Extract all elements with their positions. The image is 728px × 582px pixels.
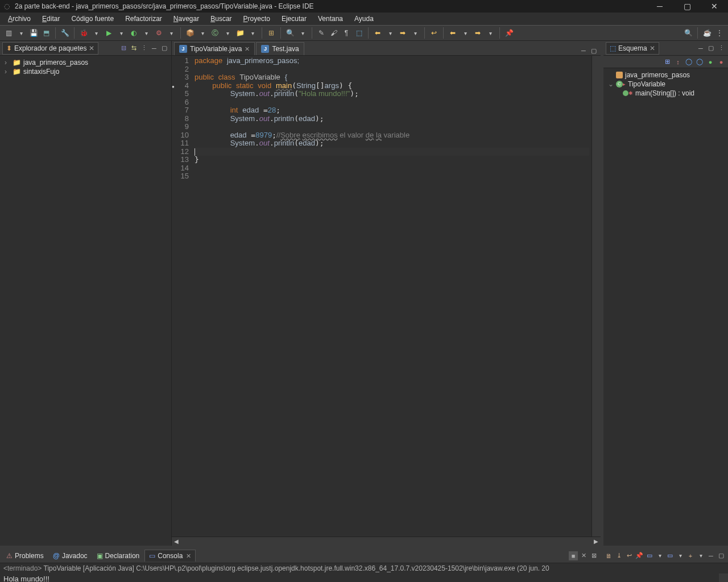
dropdown-icon[interactable]: ▾ bbox=[460, 28, 470, 38]
dropdown-icon[interactable]: ▾ bbox=[222, 28, 233, 38]
terminate-icon[interactable]: ■ bbox=[569, 551, 578, 560]
dropdown-icon[interactable]: ▾ bbox=[410, 28, 420, 38]
outline-tab[interactable]: ⬚ Esquema ✕ bbox=[606, 42, 659, 55]
prev-annotation-icon[interactable]: ⬅ bbox=[373, 28, 383, 38]
dropdown-icon[interactable]: ▾ bbox=[166, 28, 176, 38]
project-row[interactable]: › 📁 java_primeros_pasos bbox=[5, 58, 167, 67]
paint-icon[interactable]: 🖌 bbox=[329, 28, 339, 38]
dropdown-icon[interactable]: ▾ bbox=[16, 28, 26, 38]
pin-console-icon[interactable]: 📌 bbox=[635, 551, 644, 560]
search-icon[interactable]: 🔍 bbox=[285, 28, 295, 38]
minimize-panel-icon[interactable]: ─ bbox=[706, 551, 715, 560]
dropdown-icon[interactable]: ▾ bbox=[696, 551, 705, 560]
run-icon[interactable]: ▶ bbox=[104, 28, 114, 38]
tab-declaration[interactable]: ▣Declaration bbox=[93, 550, 144, 562]
menu-archivo[interactable]: Archivo bbox=[2, 14, 36, 24]
save-icon[interactable]: 💾 bbox=[28, 28, 39, 38]
perspective-java-icon[interactable]: ☕ bbox=[702, 28, 712, 38]
open-type-icon[interactable]: ⊞ bbox=[266, 28, 276, 38]
dropdown-icon[interactable]: ▾ bbox=[385, 28, 395, 38]
display-selected-icon[interactable]: ▭ bbox=[645, 551, 654, 560]
collapse-all-icon[interactable]: ⊟ bbox=[119, 44, 128, 53]
menu-ejecutar[interactable]: Ejecutar bbox=[276, 14, 312, 24]
focus-icon[interactable]: ⊞ bbox=[663, 57, 672, 66]
word-wrap-icon[interactable]: ↩ bbox=[624, 551, 634, 560]
collapse-icon[interactable]: ⌄ bbox=[608, 80, 614, 88]
outline-method[interactable]: ✱ main(String[]) : void bbox=[606, 89, 726, 98]
minimize-button[interactable]: ─ bbox=[652, 2, 668, 11]
console-output[interactable]: Hola mundo!!! 28 8979 ▴ bbox=[0, 573, 728, 582]
menu-navegar[interactable]: Navegar bbox=[168, 14, 205, 24]
dropdown-icon[interactable]: ▾ bbox=[116, 28, 126, 38]
console-vertical-scrollbar[interactable]: ▴ bbox=[719, 573, 728, 582]
close-icon[interactable]: ✕ bbox=[89, 44, 94, 52]
outline-class[interactable]: ⌄ C▸ TipoVariable bbox=[606, 80, 726, 89]
tab-consola[interactable]: ▭Consola✕ bbox=[144, 550, 196, 562]
dropdown-icon[interactable]: ▾ bbox=[297, 28, 308, 38]
dropdown-icon[interactable]: ▾ bbox=[655, 551, 664, 560]
new-class-icon[interactable]: Ⓒ bbox=[210, 28, 220, 38]
editor-vertical-scrollbar[interactable] bbox=[592, 56, 601, 537]
close-button[interactable]: ✕ bbox=[706, 2, 722, 11]
last-edit-icon[interactable]: ↩ bbox=[429, 28, 439, 38]
minimize-panel-icon[interactable]: ─ bbox=[696, 44, 705, 53]
outline-package[interactable]: java_primeros_pasos bbox=[606, 70, 726, 80]
sort-icon[interactable]: ↕ bbox=[673, 57, 682, 66]
dropdown-icon[interactable]: ▾ bbox=[485, 28, 495, 38]
save-all-icon[interactable]: ⬒ bbox=[41, 28, 51, 38]
hide-local-icon[interactable]: ● bbox=[717, 57, 726, 66]
tab-javadoc[interactable]: @Javadoc bbox=[49, 550, 92, 562]
package-explorer-tab[interactable]: ⬍ Explorador de paquetes ✕ bbox=[2, 42, 98, 55]
new-console-icon[interactable]: + bbox=[686, 551, 695, 560]
expand-icon[interactable]: › bbox=[5, 59, 10, 66]
maximize-panel-icon[interactable]: ▢ bbox=[160, 44, 169, 53]
close-icon[interactable]: ✕ bbox=[186, 552, 191, 560]
minimize-editor-icon[interactable]: ─ bbox=[579, 46, 588, 55]
toggle-icon[interactable]: ⬚ bbox=[354, 28, 364, 38]
pin-icon[interactable]: 📌 bbox=[504, 28, 514, 38]
dropdown-icon[interactable]: ▾ bbox=[91, 28, 101, 38]
code-editor[interactable]: 1234●56789101112131415 package java_prim… bbox=[172, 56, 601, 537]
remove-all-icon[interactable]: ⊠ bbox=[589, 551, 598, 560]
menu-refactorizar[interactable]: Refactorizar bbox=[119, 14, 168, 24]
ext-tools-icon[interactable]: ⚙ bbox=[154, 28, 164, 38]
coverage-icon[interactable]: ◐ bbox=[129, 28, 139, 38]
scroll-left-icon[interactable]: ◀ bbox=[172, 538, 181, 544]
editor-tab-test[interactable]: J Test.java bbox=[256, 42, 304, 55]
hide-fields-icon[interactable]: ◯ bbox=[684, 57, 693, 66]
close-icon[interactable]: ✕ bbox=[650, 44, 655, 52]
show-whitespace-icon[interactable]: ¶ bbox=[341, 28, 351, 38]
view-menu-icon[interactable]: ⋮ bbox=[139, 44, 148, 53]
new-folder-icon[interactable]: 📁 bbox=[235, 28, 245, 38]
new-package-icon[interactable]: 📦 bbox=[185, 28, 195, 38]
dropdown-icon[interactable]: ▾ bbox=[197, 28, 208, 38]
dropdown-icon[interactable]: ▾ bbox=[141, 28, 151, 38]
scroll-right-icon[interactable]: ▶ bbox=[592, 538, 601, 544]
forward-icon[interactable]: ➡ bbox=[473, 28, 483, 38]
wand-icon[interactable]: ✎ bbox=[316, 28, 326, 38]
remove-launch-icon[interactable]: ✕ bbox=[579, 551, 588, 560]
scroll-lock-icon[interactable]: ⤓ bbox=[614, 551, 623, 560]
maximize-editor-icon[interactable]: ▢ bbox=[589, 46, 598, 55]
new-icon[interactable]: ▥ bbox=[3, 28, 14, 38]
dropdown-icon[interactable]: ▾ bbox=[676, 551, 685, 560]
maximize-panel-icon[interactable]: ▢ bbox=[717, 551, 726, 560]
project-row[interactable]: › 📁 sintaxisFujo bbox=[5, 67, 167, 76]
hide-static-icon[interactable]: ◯ bbox=[695, 57, 704, 66]
code-content[interactable]: package java_primeros_pasos; public clas… bbox=[192, 56, 592, 537]
clear-console-icon[interactable]: 🗎 bbox=[604, 551, 613, 560]
tool-icon[interactable]: 🔧 bbox=[60, 28, 70, 38]
expand-icon[interactable]: › bbox=[5, 68, 10, 76]
menu-ventana[interactable]: Ventana bbox=[312, 14, 349, 24]
menu-buscar[interactable]: Buscar bbox=[205, 14, 237, 24]
menu-ayuda[interactable]: Ayuda bbox=[349, 14, 379, 24]
next-annotation-icon[interactable]: ➡ bbox=[398, 28, 408, 38]
editor-tab-tipovariable[interactable]: J TipoVariable.java ✕ bbox=[174, 42, 255, 55]
back-icon[interactable]: ⬅ bbox=[448, 28, 458, 38]
maximize-button[interactable]: ▢ bbox=[679, 2, 695, 11]
tab-problems[interactable]: ⚠Problems bbox=[2, 550, 48, 562]
maximize-panel-icon[interactable]: ▢ bbox=[706, 44, 715, 53]
open-console-icon[interactable]: ▭ bbox=[665, 551, 675, 560]
quick-access-icon[interactable]: 🔍 bbox=[683, 28, 693, 38]
open-perspective-icon[interactable]: ⋮ bbox=[714, 28, 725, 38]
